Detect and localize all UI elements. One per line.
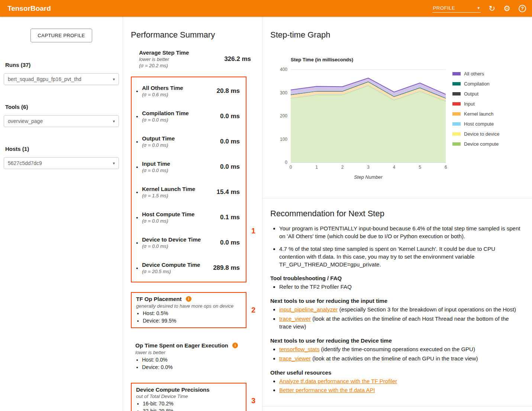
legend-item: Device compute bbox=[452, 141, 499, 147]
svg-text:0: 0 bbox=[285, 160, 287, 165]
hosts-select-value: 5627c5dd7dc9 bbox=[8, 160, 42, 166]
bullet-item: Host: 0.0% bbox=[142, 356, 242, 364]
legend-label: Output bbox=[464, 91, 478, 97]
svg-text:100: 100 bbox=[280, 137, 287, 142]
breakdown-value: 0.0 ms bbox=[220, 239, 240, 246]
legend-swatch bbox=[452, 112, 461, 116]
average-step-time-row: Average Step Time lower is better (σ = 2… bbox=[139, 49, 251, 68]
breakdown-label: Device Compute Time bbox=[142, 262, 213, 268]
runs-label: Runs (37) bbox=[5, 62, 119, 68]
breakdown-label: Compilation Time bbox=[142, 110, 220, 116]
bullet-icon: • bbox=[136, 164, 142, 170]
recommendation-text: Refer to the TF2 Profiler FAQ bbox=[279, 284, 352, 290]
sidebar: CAPTURE PROFILE Runs (37) bert_squad_8gp… bbox=[0, 17, 123, 411]
eager-execution-note: lower is better bbox=[135, 350, 242, 355]
breakdown-sigma: (σ = 1.5 ms) bbox=[142, 193, 217, 198]
runs-select[interactable]: bert_squad_8gpu_fp16_pvt_thd ▾ bbox=[4, 73, 119, 85]
gear-icon[interactable]: ⚙ bbox=[503, 4, 510, 12]
bullet-item: 32-bit: 29.8% bbox=[143, 408, 241, 411]
recommendation-section: Next tools to use for reducing the Devic… bbox=[270, 337, 522, 363]
device-compute-precisions-note: out of Total Device Time bbox=[136, 394, 241, 399]
breakdown-sigma: (σ = 0.0 ms) bbox=[142, 243, 220, 249]
hosts-label: Hosts (1) bbox=[5, 146, 119, 152]
step-time-graph-panel: Step-time Graph 01002003004000123456Step… bbox=[262, 17, 532, 198]
help-icon[interactable]: ? bbox=[519, 5, 526, 12]
tf-op-placement-note: generally desired to have more ops on de… bbox=[136, 303, 241, 309]
breakdown-item: • Output Time (σ = 0.0 ms) 0.0 ms bbox=[132, 130, 246, 153]
reload-icon[interactable]: ↻ bbox=[489, 4, 496, 12]
bullet-icon: • bbox=[136, 240, 142, 246]
recommendation-section: Next tools to use for reducing the input… bbox=[270, 298, 522, 331]
svg-text:300: 300 bbox=[280, 90, 287, 96]
breakdown-value: 20.8 ms bbox=[217, 87, 240, 95]
breakdown-item: • Host Compute Time (σ = 0.0 ms) 0.1 ms bbox=[132, 206, 246, 229]
legend-swatch bbox=[452, 92, 461, 96]
recommendation-title: Recommendation for Next Step bbox=[270, 209, 522, 219]
recommendation-section-list: input_pipeline_analyzer (especially Sect… bbox=[270, 305, 522, 331]
legend-label: Device to device bbox=[464, 131, 499, 137]
tools-label: Tools (6) bbox=[5, 104, 119, 110]
bullet-icon: • bbox=[136, 139, 142, 145]
app-title: TensorBoard bbox=[7, 4, 51, 13]
recommendation-section-heading: Next tools to use for reducing the input… bbox=[270, 298, 522, 304]
chevron-down-icon: ▾ bbox=[477, 6, 480, 10]
hosts-selector-group: Hosts (1) 5627c5dd7dc9 ▾ bbox=[4, 146, 119, 169]
eager-execution-list: Host: 0.0%Device: 0.0% bbox=[135, 356, 242, 371]
dashboard-selector[interactable]: PROFILE ▾ bbox=[432, 4, 481, 13]
recommendation-link[interactable]: trace_viewer bbox=[279, 355, 311, 362]
bullet-item: Device: 0.0% bbox=[142, 364, 242, 371]
step-time-graph-title: Step-time Graph bbox=[270, 30, 532, 40]
chevron-down-icon: ▾ bbox=[113, 119, 115, 124]
breakdown-value: 0.1 ms bbox=[220, 214, 240, 221]
annotation-number-2: 2 bbox=[251, 306, 255, 314]
breakdown-item: • Compilation Time (σ = 0.0 ms) 0.0 ms bbox=[132, 105, 246, 128]
recommendation-section-list: tensorflow_stats (identify the time-cons… bbox=[270, 345, 522, 363]
recommendation-text: (look at the activities on the timeline … bbox=[311, 355, 478, 362]
info-icon[interactable]: i bbox=[232, 343, 238, 348]
capture-profile-button[interactable]: CAPTURE PROFILE bbox=[30, 29, 92, 42]
legend-swatch bbox=[452, 72, 461, 75]
device-compute-precisions-list: 16-bit: 70.2%32-bit: 29.8% bbox=[136, 400, 241, 411]
eager-execution-block: Op Time Spent on Eager Execution i lower… bbox=[131, 339, 246, 374]
recommendation-link[interactable]: input_pipeline_analyzer bbox=[279, 306, 338, 313]
legend-label: All others bbox=[464, 71, 484, 77]
legend-swatch bbox=[452, 102, 461, 106]
info-icon[interactable]: i bbox=[186, 296, 191, 302]
breakdown-value: 0.0 ms bbox=[220, 113, 240, 120]
svg-text:3: 3 bbox=[367, 165, 370, 170]
tools-selector-group: Tools (6) overview_page ▾ bbox=[4, 104, 119, 127]
recommendation-item: Refer to the TF2 Profiler FAQ bbox=[279, 283, 522, 291]
recommendation-sections: Tool troubleshooting / FAQ Refer to the … bbox=[270, 275, 522, 394]
bullet-icon: • bbox=[136, 265, 142, 271]
bullet-item: Device: 99.5% bbox=[143, 317, 241, 325]
breakdown-label: Output Time bbox=[142, 135, 220, 142]
step-time-chart: 01002003004000123456Step Time (in millis… bbox=[270, 55, 449, 181]
recommendation-item: Better performance with the tf.data API bbox=[279, 386, 522, 394]
breakdown-item: • Kernel Launch Time (σ = 1.5 ms) 15.4 m… bbox=[132, 181, 246, 204]
svg-text:200: 200 bbox=[280, 113, 287, 119]
recommendation-link[interactable]: tensorflow_stats bbox=[279, 346, 319, 352]
recommendation-link[interactable]: Analyze tf.data performance with the TF … bbox=[279, 378, 397, 384]
right-panel: Step-time Graph 01002003004000123456Step… bbox=[262, 17, 532, 411]
svg-text:400: 400 bbox=[280, 67, 287, 72]
breakdown-item: • Device to Device Time (σ = 0.0 ms) 0.0… bbox=[132, 231, 246, 254]
annotation-box-breakdown: • All Others Time (σ = 0.6 ms) 20.8 ms •… bbox=[131, 77, 246, 282]
bullet-icon: • bbox=[136, 88, 142, 94]
svg-text:Step Time (in milliseconds): Step Time (in milliseconds) bbox=[291, 57, 353, 62]
annotation-box-precisions: Device Compute Precisions out of Total D… bbox=[131, 383, 246, 411]
recommendation-link[interactable]: trace_viewer bbox=[279, 315, 311, 322]
breakdown-value: 15.4 ms bbox=[217, 188, 240, 196]
bullet-icon: • bbox=[136, 113, 142, 120]
hosts-select[interactable]: 5627c5dd7dc9 ▾ bbox=[4, 157, 119, 169]
tf-op-placement-list: Host: 0.5%Device: 99.5% bbox=[136, 310, 241, 324]
legend-swatch bbox=[452, 82, 461, 85]
breakdown-value: 289.8 ms bbox=[213, 264, 240, 272]
eager-execution-title: Op Time Spent on Eager Execution bbox=[135, 342, 228, 349]
svg-text:6: 6 bbox=[445, 165, 447, 170]
legend-label: Input bbox=[464, 101, 475, 107]
average-step-time-sigma: (σ = 20.2 ms) bbox=[139, 63, 189, 68]
recommendation-link[interactable]: Better performance with the tf.data API bbox=[279, 387, 375, 393]
tools-select[interactable]: overview_page ▾ bbox=[4, 115, 119, 127]
breakdown-label: Host Compute Time bbox=[142, 211, 220, 217]
breakdown-item: • Device Compute Time (σ = 20.5 ms) 289.… bbox=[132, 256, 246, 279]
